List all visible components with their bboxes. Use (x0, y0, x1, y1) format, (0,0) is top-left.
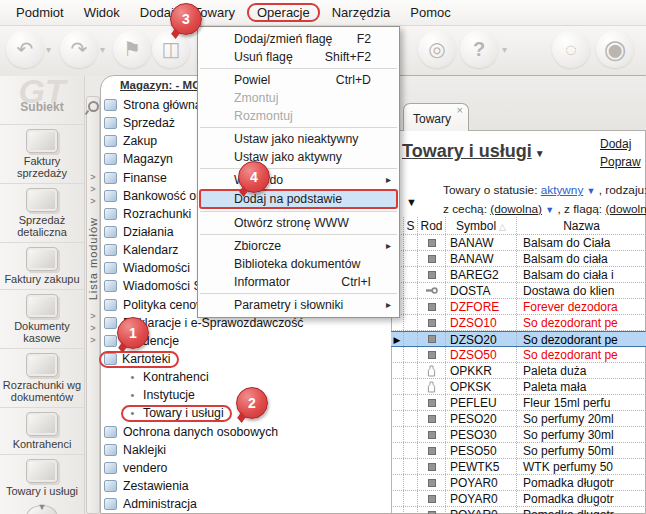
chevron-icon[interactable]: > (90, 310, 95, 322)
nazwa-cell: Paleta duża (517, 363, 646, 378)
stamp-icon[interactable] (152, 30, 190, 68)
deklaracje-i-e-sprawozdawczosc-icon (104, 317, 117, 329)
table-row-opksk[interactable]: OPKSKPaleta mała (391, 379, 646, 395)
filter-collapse-icon[interactable]: ▼ (406, 196, 417, 208)
menu-item-parametry-i-slowniki[interactable]: Parametry i słowniki▸ (198, 296, 399, 314)
column-header-symbol[interactable]: Symbol△ (446, 217, 517, 234)
menubar-item-operacje[interactable]: Operacje (247, 3, 320, 22)
menu-item-ustaw-jako-aktywny[interactable]: Ustaw jako aktywny (198, 148, 399, 166)
menu-item-zbiorcze[interactable]: Zbiorcze▸ (198, 237, 399, 255)
table-row-dzso50[interactable]: DZSO50So dezodorant pe (391, 347, 646, 363)
tree-item-administracja[interactable]: Administracja (104, 495, 386, 513)
search-icon[interactable] (88, 101, 99, 112)
warehouse-selector[interactable]: Magazyn: - MO (120, 79, 201, 91)
table-row-poyar0[interactable]: POYAR0Pomadka długotr (391, 475, 646, 491)
table-row-bareg2[interactable]: BAREG2Balsam do ciała i (391, 267, 646, 283)
menu-item-informator[interactable]: InformatorCtrl+I (198, 273, 399, 291)
table-row-poyar0[interactable]: POYAR0Pomadka długotr (391, 491, 646, 507)
sidebar-item-dokumenty-kasowe[interactable]: Dokumenty kasowe (0, 289, 84, 348)
menu-item-ustaw-jako-nieaktywny[interactable]: Ustaw jako nieaktywny (198, 130, 399, 148)
table-row-pefleu[interactable]: PEFLEUFleur 15ml perfu (391, 395, 646, 411)
page-title[interactable]: Towary i usługi▼ (402, 141, 545, 162)
column-header-nazwa[interactable]: Nazwa (517, 217, 646, 234)
cecha-filter-value[interactable]: (dowolna) (490, 202, 542, 216)
chevron-icon[interactable]: > (90, 195, 95, 207)
table-row-banaw[interactable]: BANAWBalsam do Ciała (391, 235, 646, 251)
tree-item-kontrahenci[interactable]: •Kontrahenci (104, 368, 386, 386)
menubar-item-podmiot[interactable]: Podmiot (6, 3, 74, 22)
chevron-icon[interactable]: > (90, 322, 95, 334)
menubar-item-widok[interactable]: Widok (74, 3, 130, 22)
menu-item-wyslij-do[interactable]: Wyślij do▸ (198, 171, 399, 189)
table-row-dosta[interactable]: DOSTADostawa do klien (391, 283, 646, 299)
sidebar-item-rozrachunki-wg-dokumentow[interactable]: Rozrachunki wg dokumentów (0, 348, 84, 407)
menu-item-dodaj-na-podstawie[interactable]: Dodaj na podstawie (199, 189, 398, 209)
forward-caret-icon[interactable]: ▾ (100, 44, 105, 55)
menu-item-powiel[interactable]: PowielCtrl+D (198, 71, 399, 89)
collapse-chevrons-bottom[interactable]: >>> (90, 310, 95, 346)
sidebar-item-faktury-sprzedazy[interactable]: Faktury sprzedaży (0, 124, 84, 183)
popraw-link[interactable]: Popraw (600, 155, 641, 169)
back-icon[interactable] (6, 30, 44, 68)
table-row-peso30[interactable]: PESO30So perfumy 30ml (391, 427, 646, 443)
spinner-icon[interactable] (552, 30, 590, 68)
menu-item-dodaj-zmien-flage[interactable]: Dodaj/zmień flagęF2 (198, 30, 399, 48)
globe-document-icon[interactable] (418, 30, 456, 68)
tree-item-kartoteki[interactable]: Kartoteki (104, 350, 386, 368)
collapse-chevrons-top[interactable]: >>> (90, 171, 95, 207)
globe-icon[interactable] (596, 30, 634, 68)
menu-item-otworz-strone-www[interactable]: Otwórz stronę WWW (198, 214, 399, 232)
table-row-dzso20[interactable]: ▶DZSO20So dezodorant pe (391, 331, 646, 347)
table-row-dzso10[interactable]: DZSO10So dezodorant pe (391, 315, 646, 331)
tree-item-naklejki[interactable]: Naklejki (104, 441, 386, 459)
status-cell (404, 267, 418, 282)
annotation-badge-4: 4 (238, 161, 270, 193)
flag-icon[interactable] (113, 30, 151, 68)
tree-item-zestawienia[interactable]: Zestawienia (104, 477, 386, 495)
table-row-poyar0[interactable]: POYAR0Pomadka długotr (391, 507, 646, 514)
menu-item-biblioteka-dokumentow[interactable]: Biblioteka dokumentów (198, 255, 399, 273)
nazwa-cell: Dostawa do klien (517, 283, 646, 298)
sidebar-item-towary-i-uslugi[interactable]: Towary i usługi (0, 454, 84, 501)
back-caret-icon[interactable]: ▾ (46, 44, 51, 55)
status-cell (404, 491, 418, 506)
menubar-item-pomoc[interactable]: Pomoc (400, 3, 460, 22)
chevron-icon[interactable]: > (90, 334, 95, 346)
polityka-cenowa-icon (104, 299, 117, 311)
row-marker-cell (391, 507, 404, 514)
table-row-dzfore[interactable]: DZFOREForever dezodora (391, 299, 646, 315)
help-bubble-icon[interactable] (460, 30, 498, 68)
column-header-s[interactable]: S (404, 217, 418, 234)
tree-item-ochrona-danych-osobowych[interactable]: Ochrona danych osobowych (104, 423, 386, 441)
cecha-caret-icon[interactable]: ▼ (545, 205, 554, 215)
dodaj-link[interactable]: Dodaj (600, 137, 641, 151)
menu-item-usun-flage[interactable]: Usuń flagęShift+F2 (198, 48, 399, 66)
module-list-strip[interactable]: >>> Lista modułów >>> (86, 96, 100, 514)
scroll-down-arrow[interactable]: ▼ (0, 502, 84, 512)
table-row-pewtk5[interactable]: PEWTK5WTK perfumy 50 (391, 459, 646, 475)
forward-icon[interactable] (60, 30, 98, 68)
status-caret-icon[interactable]: ▼ (587, 186, 596, 196)
menubar-item-narzedzia[interactable]: Narzędzia (322, 3, 401, 22)
annotation-badge-3: 3 (170, 3, 202, 35)
menu-item-label: Otwórz stronę WWW (234, 214, 349, 232)
help-caret-icon[interactable]: ▾ (502, 44, 507, 55)
menu-item-label: Dodaj/zmień flagę (234, 30, 332, 48)
sidebar-item-kontrahenci[interactable]: Kontrahenci (0, 407, 84, 454)
table-row-opkkr[interactable]: OPKKRPaleta duża (391, 363, 646, 379)
column-header-rod[interactable]: Rod (418, 217, 446, 234)
sidebar-item-label: Faktury sprzedaży (0, 154, 84, 183)
chevron-icon[interactable]: > (90, 183, 95, 195)
tab-close-icon[interactable]: × (457, 105, 463, 116)
table-row-peso20[interactable]: PESO20So perfumy 20ml (391, 411, 646, 427)
status-filter-value[interactable]: aktywny (541, 183, 584, 197)
tab-towary[interactable]: Towary × (403, 103, 469, 131)
table-row-peso50[interactable]: PESO50So perfumy 50ml (391, 443, 646, 459)
chevron-icon[interactable]: > (90, 171, 95, 183)
flaga-filter-value[interactable]: (dowolna) (605, 202, 646, 216)
sidebar-item-faktury-zakupu[interactable]: Faktury zakupu (0, 242, 84, 289)
tree-item-vendero[interactable]: vendero (104, 459, 386, 477)
operacje-context-menu: Dodaj/zmień flagęF2Usuń flagęShift+F2Pow… (197, 26, 400, 318)
sidebar-item-sprzedaz-detaliczna[interactable]: Sprzedaż detaliczna (0, 183, 84, 242)
table-row-banaw[interactable]: BANAWBalsam do ciała (391, 251, 646, 267)
